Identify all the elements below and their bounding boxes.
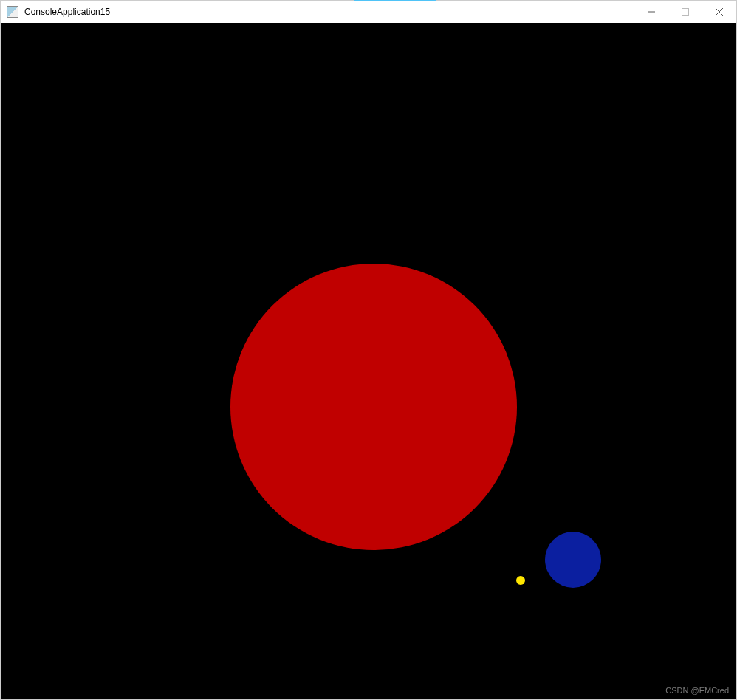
app-icon [7,6,18,18]
close-icon [716,8,723,16]
maximize-button[interactable] [668,1,702,23]
red-circle [230,264,517,550]
minimize-icon [648,8,655,16]
titlebar[interactable]: ConsoleApplication15 [1,1,736,23]
app-window: ConsoleApplication15 CSDN @EMCred [0,0,737,700]
minimize-button[interactable] [634,1,668,23]
maximize-icon [682,8,689,16]
yellow-circle [516,576,525,585]
watermark-text: CSDN @EMCred [665,686,729,695]
window-controls [634,1,736,23]
canvas-area[interactable]: CSDN @EMCred [1,23,736,699]
blue-circle [545,532,601,588]
svg-rect-1 [682,9,689,16]
window-title: ConsoleApplication15 [24,7,110,17]
close-button[interactable] [702,1,736,23]
